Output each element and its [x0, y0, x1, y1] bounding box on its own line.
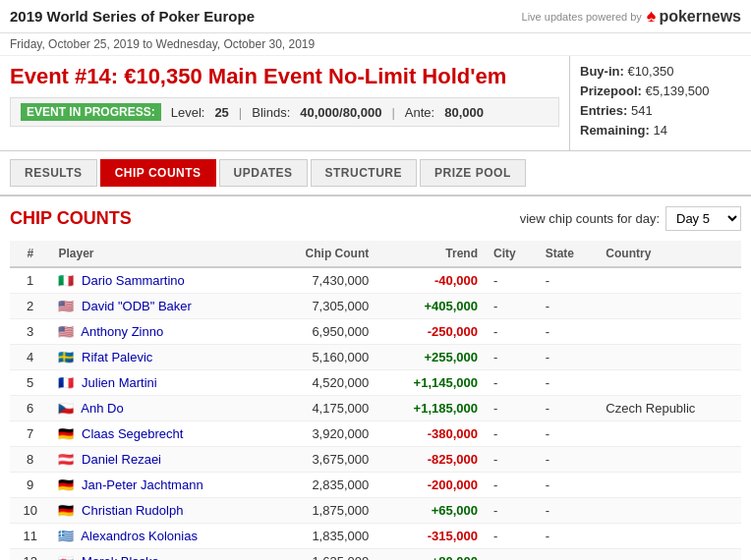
event-status-badge: EVENT IN PROGRESS: — [21, 103, 161, 121]
cell-rank: 4 — [10, 345, 50, 370]
divider-1: | — [239, 105, 242, 120]
blinds-label: Blinds: — [252, 105, 290, 120]
cell-player: 🇬🇷 Alexandros Kolonias — [50, 524, 268, 549]
pokernews-logo: ♠ pokernews — [647, 6, 741, 27]
player-link[interactable]: Jan-Peter Jachtmann — [82, 477, 203, 492]
player-link[interactable]: Anh Do — [81, 401, 123, 416]
powered-by: Live updates powered by ♠ pokernews — [522, 6, 741, 27]
cell-player: 🇮🇹 Dario Sammartino — [50, 267, 268, 294]
nav-tabs: RESULTS CHIP COUNTS UPDATES STRUCTURE PR… — [0, 151, 751, 196]
cell-rank: 10 — [10, 498, 50, 524]
site-title: 2019 World Series of Poker Europe — [10, 8, 255, 25]
tab-chip-counts[interactable]: CHIP COUNTS — [100, 159, 216, 187]
cell-rank: 2 — [10, 294, 50, 319]
cell-trend: -825,000 — [376, 447, 486, 473]
cell-player: 🇦🇹 Daniel Rezaei — [50, 447, 268, 473]
cell-country — [598, 524, 741, 549]
divider-2: | — [391, 105, 394, 120]
player-link[interactable]: Rifat Palevic — [82, 350, 152, 364]
cell-country: Czech Republic — [598, 396, 741, 421]
cell-state: - — [538, 421, 599, 447]
powered-by-text: Live updates powered by — [522, 11, 642, 23]
level-label: Level: — [171, 105, 205, 120]
table-row: 11 🇬🇷 Alexandros Kolonias 1,835,000 -315… — [10, 524, 741, 549]
table-row: 12 🇸🇰 Marek Blasko 1,635,000 +80,000 - - — [10, 549, 741, 561]
player-link[interactable]: Daniel Rezaei — [82, 452, 161, 467]
player-link[interactable]: Claas Segebrecht — [82, 426, 183, 441]
player-flag: 🇨🇿 — [58, 401, 74, 416]
table-row: 3 🇺🇸 Anthony Zinno 6,950,000 -250,000 - … — [10, 319, 741, 345]
level-value: 25 — [214, 105, 228, 120]
table-row: 8 🇦🇹 Daniel Rezaei 3,675,000 -825,000 - … — [10, 447, 741, 473]
player-link[interactable]: Alexandros Kolonias — [81, 529, 198, 543]
buy-in-row: Buy-in: €10,350 — [580, 64, 741, 79]
player-link[interactable]: Dario Sammartino — [82, 273, 185, 288]
cell-trend: -40,000 — [376, 267, 486, 294]
event-main: Event #14: €10,350 Main Event No-Limit H… — [0, 56, 569, 150]
cell-city: - — [486, 396, 538, 421]
cell-state: - — [538, 524, 599, 549]
cell-trend: -315,000 — [376, 524, 486, 549]
entries-label: Entries: — [580, 103, 627, 118]
cell-player: 🇩🇪 Christian Rudolph — [50, 498, 268, 524]
col-rank: # — [10, 241, 50, 267]
day-selector: view chip counts for day: Day 1A Day 1B … — [520, 206, 741, 231]
cell-rank: 3 — [10, 319, 50, 345]
pokernews-icon: ♠ — [647, 6, 657, 27]
cell-trend: +65,000 — [376, 498, 486, 524]
cell-trend: +1,185,000 — [376, 396, 486, 421]
player-flag: 🇺🇸 — [58, 299, 74, 313]
player-flag: 🇫🇷 — [58, 375, 74, 390]
table-row: 9 🇩🇪 Jan-Peter Jachtmann 2,835,000 -200,… — [10, 473, 741, 498]
tab-prize-pool[interactable]: PRIZE POOL — [420, 159, 526, 187]
cell-rank: 5 — [10, 370, 50, 396]
col-city: City — [486, 241, 538, 267]
player-flag: 🇸🇰 — [58, 554, 74, 560]
player-link[interactable]: Anthony Zinno — [81, 324, 163, 339]
cell-trend: +1,145,000 — [376, 370, 486, 396]
cell-rank: 8 — [10, 447, 50, 473]
cell-chips: 1,635,000 — [269, 549, 377, 561]
entries-value: 541 — [631, 103, 653, 118]
player-flag: 🇩🇪 — [58, 503, 74, 518]
col-state: State — [538, 241, 599, 267]
site-header: 2019 World Series of Poker Europe Live u… — [0, 0, 751, 33]
tab-results[interactable]: RESULTS — [10, 159, 97, 187]
tab-updates[interactable]: UPDATES — [219, 159, 308, 187]
cell-city: - — [486, 294, 538, 319]
cell-player: 🇨🇿 Anh Do — [50, 396, 268, 421]
cell-chips: 7,305,000 — [269, 294, 377, 319]
event-sidebar: Buy-in: €10,350 Prizepool: €5,139,500 En… — [569, 56, 751, 150]
player-link[interactable]: David "ODB" Baker — [82, 299, 192, 313]
player-link[interactable]: Julien Martini — [82, 375, 157, 390]
player-link[interactable]: Christian Rudolph — [82, 503, 183, 518]
cell-chips: 4,520,000 — [269, 370, 377, 396]
cell-trend: +80,000 — [376, 549, 486, 561]
player-link[interactable]: Marek Blasko — [82, 554, 159, 560]
cell-state: - — [538, 498, 599, 524]
col-country: Country — [598, 241, 741, 267]
cell-state: - — [538, 345, 599, 370]
cell-rank: 6 — [10, 396, 50, 421]
cell-city: - — [486, 524, 538, 549]
tab-structure[interactable]: STRUCTURE — [311, 159, 418, 187]
table-row: 6 🇨🇿 Anh Do 4,175,000 +1,185,000 - - Cze… — [10, 396, 741, 421]
col-chip-count: Chip Count — [269, 241, 377, 267]
cell-player: 🇩🇪 Claas Segebrecht — [50, 421, 268, 447]
cell-state: - — [538, 370, 599, 396]
cell-country — [598, 421, 741, 447]
cell-country — [598, 294, 741, 319]
chip-counts-table: # Player Chip Count Trend City State Cou… — [10, 241, 741, 560]
day-select[interactable]: Day 1A Day 1B Day 2 Day 3 Day 4 Day 5 — [665, 206, 741, 231]
chip-counts-section: CHIP COUNTS view chip counts for day: Da… — [0, 196, 751, 560]
cell-rank: 7 — [10, 421, 50, 447]
buy-in-label: Buy-in: — [580, 64, 624, 79]
cell-city: - — [486, 345, 538, 370]
cell-player: 🇸🇰 Marek Blasko — [50, 549, 268, 561]
cell-country — [598, 498, 741, 524]
cell-trend: -380,000 — [376, 421, 486, 447]
cell-state: - — [538, 294, 599, 319]
cell-trend: -250,000 — [376, 319, 486, 345]
player-flag: 🇺🇸 — [58, 324, 74, 339]
cell-city: - — [486, 549, 538, 561]
